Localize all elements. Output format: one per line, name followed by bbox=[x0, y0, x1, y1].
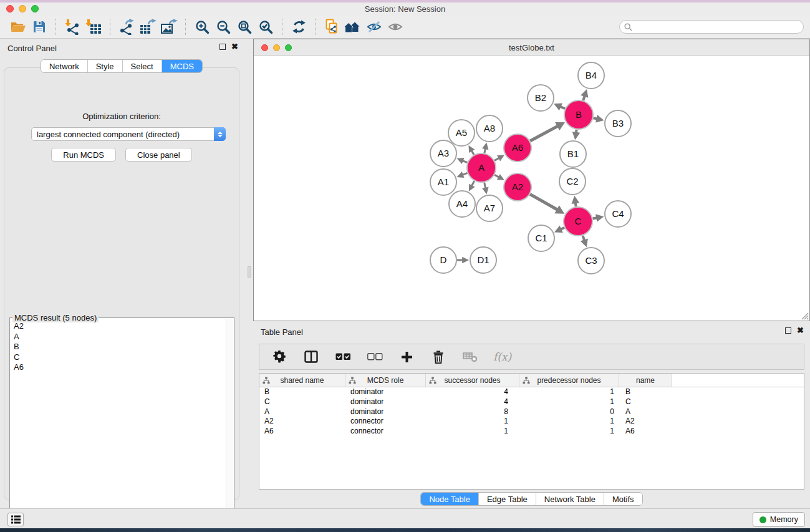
graph-node-A7[interactable]: A7 bbox=[476, 195, 503, 221]
table-cell[interactable]: B bbox=[619, 387, 672, 397]
save-session-icon[interactable] bbox=[29, 17, 50, 37]
column-view-icon[interactable] bbox=[302, 347, 320, 367]
zoom-fit-icon[interactable] bbox=[234, 17, 255, 37]
tab-edge-table[interactable]: Edge Table bbox=[478, 493, 536, 505]
table-cell[interactable]: dominator bbox=[345, 387, 426, 397]
graph-node-A1[interactable]: A1 bbox=[430, 169, 456, 195]
graph-edge-A6-B[interactable] bbox=[530, 126, 557, 141]
run-mcds-button[interactable]: Run MCDS bbox=[51, 148, 116, 162]
column-header-successor-nodes[interactable]: successor nodes bbox=[426, 374, 519, 387]
table-cell[interactable]: dominator bbox=[345, 407, 426, 417]
unselect-all-columns-icon[interactable] bbox=[366, 347, 383, 367]
graph-node-A2[interactable]: A2 bbox=[504, 173, 531, 201]
zoom-out-icon[interactable] bbox=[213, 17, 234, 37]
graph-edge-C-C3[interactable] bbox=[583, 236, 585, 241]
graph-node-A5[interactable]: A5 bbox=[448, 120, 475, 146]
graph-edge-B-B2[interactable] bbox=[560, 107, 565, 109]
table-cell[interactable]: 4 bbox=[426, 397, 519, 407]
table-cell[interactable]: B bbox=[259, 387, 345, 397]
export-network-icon[interactable] bbox=[116, 17, 137, 37]
graph-edge-C-C4[interactable] bbox=[593, 218, 597, 218]
tab-motifs[interactable]: Motifs bbox=[604, 493, 642, 505]
mcds-result-item[interactable]: A bbox=[14, 332, 226, 342]
tab-network-table[interactable]: Network Table bbox=[536, 493, 604, 505]
refresh-icon[interactable] bbox=[288, 17, 309, 37]
import-network-icon[interactable] bbox=[62, 17, 83, 37]
graph-edge-A-A2[interactable] bbox=[494, 175, 499, 177]
graph-node-B1[interactable]: B1 bbox=[560, 141, 586, 167]
column-header-shared-name[interactable]: shared name bbox=[259, 374, 345, 387]
home-icon[interactable] bbox=[342, 17, 364, 37]
graph-edge-A-A5[interactable] bbox=[471, 150, 474, 155]
graph-edge-A-A7[interactable] bbox=[485, 183, 486, 188]
graph-node-D1[interactable]: D1 bbox=[470, 247, 496, 273]
graph-node-D[interactable]: D bbox=[430, 247, 456, 273]
export-table-icon[interactable] bbox=[137, 17, 158, 37]
table-cell[interactable]: 1 bbox=[426, 427, 519, 437]
table-cell[interactable]: 1 bbox=[519, 417, 619, 427]
table-row[interactable]: Bdominator41B bbox=[259, 387, 804, 397]
graph-edge-A-A4[interactable] bbox=[471, 181, 474, 186]
table-cell[interactable]: A6 bbox=[259, 427, 345, 437]
graph-node-B2[interactable]: B2 bbox=[528, 85, 554, 111]
panel-splitter-handle[interactable] bbox=[248, 266, 251, 278]
delete-column-icon[interactable] bbox=[430, 347, 447, 367]
table-cell[interactable]: A6 bbox=[619, 427, 672, 437]
table-cell[interactable]: 4 bbox=[426, 387, 519, 397]
resize-grip-icon[interactable] bbox=[800, 311, 809, 320]
table-cell[interactable]: 8 bbox=[426, 407, 519, 417]
table-cell[interactable]: A bbox=[259, 407, 345, 417]
graph-edge-A2-C[interactable] bbox=[530, 194, 557, 210]
graph-edge-A-A3[interactable] bbox=[463, 161, 468, 163]
table-cell[interactable]: 0 bbox=[519, 407, 619, 417]
graph-edge-A-A1[interactable] bbox=[463, 173, 468, 175]
table-cell[interactable]: C bbox=[619, 397, 672, 407]
graph-node-C[interactable]: C bbox=[564, 207, 592, 236]
table-cell[interactable]: dominator bbox=[345, 397, 426, 407]
zoom-in-icon[interactable] bbox=[191, 17, 213, 37]
duplicate-network-icon[interactable] bbox=[321, 17, 342, 37]
graph-edge-A-A8[interactable] bbox=[485, 148, 486, 153]
show-graphics-details-icon[interactable] bbox=[385, 17, 406, 37]
graph-node-A3[interactable]: A3 bbox=[430, 140, 456, 167]
graph-node-B3[interactable]: B3 bbox=[605, 110, 631, 137]
open-file-icon[interactable] bbox=[7, 17, 29, 37]
select-all-columns-icon[interactable] bbox=[334, 347, 352, 367]
table-cell[interactable]: C bbox=[259, 397, 345, 407]
table-cell[interactable]: connector bbox=[345, 427, 426, 437]
settings-gear-icon[interactable] bbox=[271, 347, 288, 367]
export-image-icon[interactable] bbox=[158, 17, 180, 37]
table-row[interactable]: Adominator80A bbox=[259, 407, 804, 417]
close-table-panel-icon[interactable]: ✖ bbox=[797, 327, 804, 334]
graph-node-C3[interactable]: C3 bbox=[578, 248, 604, 274]
table-cell[interactable]: 1 bbox=[519, 397, 619, 407]
column-header-mcds-role[interactable]: MCDS role bbox=[345, 374, 426, 387]
float-panel-icon[interactable] bbox=[219, 44, 226, 50]
mcds-result-item[interactable]: B bbox=[14, 342, 226, 352]
table-row[interactable]: Cdominator41C bbox=[259, 397, 804, 407]
memory-button[interactable]: Memory bbox=[753, 512, 805, 527]
task-history-icon[interactable] bbox=[7, 513, 24, 526]
table-cell[interactable]: 1 bbox=[519, 427, 619, 437]
graph-node-A8[interactable]: A8 bbox=[476, 115, 503, 142]
close-panel-button[interactable]: Close panel bbox=[125, 148, 192, 162]
table-row[interactable]: A2connector11A2 bbox=[259, 417, 804, 427]
float-table-panel-icon[interactable] bbox=[785, 327, 791, 334]
column-header-name[interactable]: name bbox=[619, 374, 672, 387]
graph-node-C4[interactable]: C4 bbox=[605, 201, 631, 227]
mcds-result-item[interactable]: C bbox=[14, 352, 226, 363]
graph-node-A6[interactable]: A6 bbox=[504, 134, 531, 162]
table-cell[interactable]: 1 bbox=[519, 387, 619, 397]
graph-node-B[interactable]: B bbox=[564, 100, 593, 129]
graph-edge-B-B4[interactable] bbox=[583, 96, 584, 100]
import-table-icon[interactable] bbox=[83, 17, 104, 37]
mcds-result-item[interactable]: A2 bbox=[14, 321, 226, 332]
graph-node-C2[interactable]: C2 bbox=[559, 168, 586, 195]
graph-edge-A-A6[interactable] bbox=[494, 158, 499, 160]
graph-node-A4[interactable]: A4 bbox=[449, 191, 475, 217]
search-field[interactable] bbox=[619, 20, 804, 34]
table-row[interactable]: A6connector11A6 bbox=[259, 427, 804, 437]
criterion-dropdown[interactable]: largest connected component (directed) bbox=[31, 127, 226, 141]
tab-select[interactable]: Select bbox=[122, 60, 162, 72]
add-column-icon[interactable] bbox=[398, 347, 415, 367]
